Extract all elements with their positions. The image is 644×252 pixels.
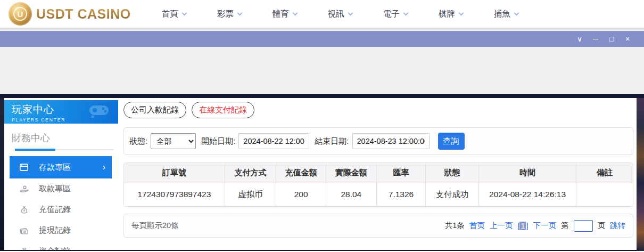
cell-payment-method: 虚拟币 [225, 183, 276, 206]
sidebar: 玩家中心 PLAYERS CENTER 財務中心 [4, 98, 118, 250]
window-collapse-button[interactable]: ∨ [572, 31, 588, 47]
nav-label: 電子 [383, 9, 400, 20]
nav-label: 首頁 [162, 9, 178, 20]
status-select[interactable]: 全部 [151, 133, 196, 149]
sidebar-item-label: 充值記錄 [39, 205, 71, 215]
tab-company-deposit-record[interactable]: 公司入款記錄 [123, 102, 186, 118]
nav-label: 捕魚 [494, 9, 510, 20]
filter-bar: 狀態: 全部 開始日期: 結束日期: 查詢 [123, 127, 633, 155]
col-status: 狀態 [426, 163, 478, 183]
record-tabs: 公司入款記錄 在線支付記錄 [123, 102, 633, 118]
withdrawal-record-icon [19, 225, 29, 236]
window-close-button[interactable]: × [620, 31, 635, 47]
nav-item-cards[interactable]: 棋牌 [439, 9, 463, 20]
background-edge-art [637, 98, 644, 251]
funds-record-icon [19, 246, 29, 250]
deposit-card-icon [19, 162, 29, 173]
logo-coin-icon: U [9, 2, 32, 26]
end-date-input[interactable] [352, 133, 430, 149]
total-count-label: 共1条 [445, 221, 465, 231]
cell-recharge-amount: 200 [276, 183, 326, 206]
nav-item-home[interactable]: 首頁 [162, 9, 186, 20]
nav-label: 棋牌 [439, 9, 455, 20]
chevron-right-icon: › [103, 162, 105, 172]
sidebar-item-label: 取款專區 [39, 184, 71, 194]
cell-exchange-rate: 7.1326 [376, 183, 426, 206]
start-date-input[interactable] [238, 133, 309, 149]
chevron-down-icon [458, 10, 464, 15]
section-underline [15, 149, 113, 150]
tab-online-payment-record[interactable]: 在線支付記錄 [192, 102, 254, 118]
status-label: 狀態: [129, 136, 147, 147]
sidebar-menu: 存款專區 › 取款專區 充值記錄 [4, 153, 118, 250]
col-exchange-rate: 匯率 [376, 163, 426, 183]
sidebar-item-label: 資金記錄 [39, 246, 71, 250]
first-page-link[interactable]: 首页 [469, 221, 485, 231]
nav-item-slots[interactable]: 電子 [383, 9, 408, 20]
records-table: 訂單號 支付方式 充值金額 實際金額 匯率 狀態 時間 備註 172430797 [123, 162, 633, 207]
chevron-down-icon [237, 10, 242, 15]
cell-status: 支付成功 [426, 183, 478, 206]
brand-logo[interactable]: U USDT CASINO [9, 2, 131, 26]
nav-item-lottery[interactable]: 彩票 [217, 9, 242, 20]
end-date-label: 結束日期: [315, 136, 349, 147]
sidebar-item-withdraw-zone[interactable]: 取款專區 [10, 178, 112, 199]
sidebar-item-funds-record[interactable]: 資金記錄 [10, 241, 112, 250]
col-payment-method: 支付方式 [225, 163, 276, 183]
col-order-number: 訂單號 [124, 163, 225, 183]
nav-item-fishing[interactable]: 捕魚 [494, 9, 518, 20]
divider-strip [0, 94, 644, 98]
table-header-row: 訂單號 支付方式 充值金額 實際金額 匯率 狀態 時間 備註 [124, 163, 633, 183]
sidebar-item-label: 存款專區 [39, 162, 71, 173]
main-nav: 首頁 彩票 體育 視訊 電子 棋牌 [162, 9, 518, 20]
chevron-down-icon [348, 10, 353, 15]
chevron-down-icon [514, 10, 519, 15]
top-nav-bar: U USDT CASINO 首頁 彩票 體育 視訊 電子 [0, 0, 644, 28]
cell-remark [576, 183, 633, 206]
next-page-link[interactable]: 下一页 [533, 221, 557, 231]
page-number-input[interactable] [574, 220, 593, 232]
brand-title: USDT CASINO [36, 6, 131, 22]
empty-workspace-area [0, 47, 644, 94]
gamepad-icon [87, 102, 111, 120]
withdraw-hand-icon [19, 184, 29, 194]
nav-label: 視訊 [328, 9, 344, 20]
current-page-indicator: [1] [517, 222, 528, 230]
cell-time: 2024-08-22 14:26:13 [478, 183, 576, 206]
players-center-header: 玩家中心 PLAYERS CENTER [4, 100, 118, 124]
content-panel: 公司入款記錄 在線支付記錄 狀態: 全部 開始日期: 結束日期: 查詢 [118, 98, 637, 250]
col-remark: 備註 [576, 163, 633, 183]
window-title-bar: ∨ ─ □ × [0, 31, 644, 47]
finance-center-title: 財務中心 [4, 124, 118, 149]
page-prefix-label: 第 [561, 221, 569, 231]
per-page-label: 每頁顯示20條 [131, 221, 179, 231]
chevron-down-icon [292, 10, 298, 15]
col-recharge-amount: 充值金額 [276, 163, 326, 183]
jump-link[interactable]: 跳转 [610, 221, 625, 231]
pagination-controls: 共1条 首页 上一页 [1] 下一页 第 页 跳转 [445, 220, 625, 232]
query-button[interactable]: 查詢 [438, 133, 465, 150]
page: U USDT CASINO 首頁 彩票 體育 視訊 電子 [0, 0, 644, 252]
cell-actual-amount: 28.04 [326, 183, 377, 206]
chevron-down-icon [403, 10, 408, 15]
nav-item-sports[interactable]: 體育 [273, 9, 297, 20]
logo-letter: U [13, 7, 27, 21]
table-row: 1724307973897423 虚拟币 200 28.04 7.1326 支付… [124, 183, 633, 206]
window-minimize-button[interactable]: ─ [588, 31, 604, 47]
nav-label: 彩票 [217, 9, 234, 20]
col-actual-amount: 實際金額 [326, 163, 377, 183]
sidebar-item-deposit-zone[interactable]: 存款專區 › [10, 156, 112, 178]
sidebar-item-withdrawal-record[interactable]: 提現記錄 [10, 220, 112, 241]
recharge-bag-icon [19, 205, 29, 215]
prev-page-link[interactable]: 上一页 [490, 221, 513, 231]
cell-order-number: 1724307973897423 [124, 183, 225, 206]
sidebar-item-label: 提現記錄 [39, 225, 71, 235]
sidebar-item-recharge-record[interactable]: 充值記錄 [10, 199, 112, 220]
pagination-bar: 每頁顯示20條 共1条 首页 上一页 [1] 下一页 第 页 跳转 [123, 214, 633, 238]
page-suffix-label: 页 [598, 221, 606, 231]
window-maximize-button[interactable]: □ [604, 31, 620, 47]
nav-item-video[interactable]: 視訊 [328, 9, 352, 20]
nav-label: 體育 [273, 9, 289, 20]
chevron-down-icon [181, 10, 187, 15]
start-date-label: 開始日期: [201, 136, 235, 147]
